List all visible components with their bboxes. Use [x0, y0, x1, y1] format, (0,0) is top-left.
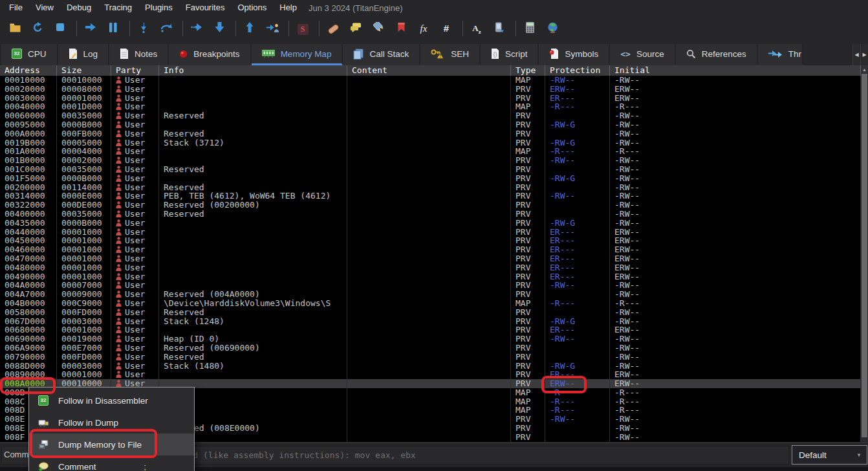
stop-button[interactable] — [52, 20, 69, 37]
context-item-follow-in-disassembler[interactable]: 32Follow in Disassembler — [29, 389, 194, 411]
memory-row[interactable]: 006A9000000E7000UserReserved (00690000)P… — [0, 344, 861, 353]
memory-row[interactable]: 00580000000FD000UserReservedPRV-RW-- — [0, 308, 861, 317]
run-button[interactable] — [82, 20, 99, 37]
user-icon — [116, 344, 122, 353]
memory-row[interactable]: 001B000000002000UserPRV-RW---RW-- — [0, 156, 861, 165]
calculator-button[interactable] — [521, 20, 538, 37]
memory-row[interactable]: 004A700000009000UserReserved (004A0000)P… — [0, 290, 861, 299]
vertical-scrollbar[interactable]: ▲ — [861, 65, 868, 442]
column-header-protection[interactable]: Protection — [545, 65, 610, 76]
memory-row[interactable]: 0020000000114000UserReservedPRV-RW-- — [0, 183, 861, 192]
cell-type: PRV — [511, 201, 545, 210]
menu-plugins[interactable]: Plugins — [138, 0, 179, 16]
menu-tracing[interactable]: Tracing — [98, 0, 138, 16]
memory-row[interactable]: 001F50000000B000UserPRV-RW-G-RW-- — [0, 174, 861, 183]
run-to-cursor-button[interactable] — [188, 20, 205, 37]
pause-button[interactable] — [105, 20, 122, 37]
internet-button[interactable] — [544, 20, 561, 37]
bookmarks-button[interactable] — [393, 20, 409, 37]
tab-log[interactable]: Log — [58, 44, 110, 65]
tab-source[interactable]: <>Source — [610, 44, 675, 65]
tab-seh[interactable]: !SEH — [420, 44, 481, 65]
memory-row[interactable]: 004B0000000C9000User\Device\HarddiskVolu… — [0, 299, 861, 308]
step-over-icon — [160, 22, 173, 35]
execute-till-return-button[interactable] — [241, 20, 258, 37]
memory-row[interactable]: 000950000000B000UserPRV-RW-G-RW-- — [0, 120, 861, 129]
memory-row[interactable]: 00322000000DE000UserReserved (00200000)P… — [0, 201, 861, 210]
memory-row[interactable]: 004A000000007000UserPRV-RW---RW-- — [0, 281, 861, 290]
memory-row[interactable]: 0002000000008000UserPRVERW--ERW-- — [0, 85, 861, 94]
restart-button[interactable] — [29, 20, 46, 37]
context-item-comment[interactable]: Comment; — [29, 455, 194, 471]
cell-size: 00008000 — [57, 85, 111, 94]
memory-row[interactable]: 0048000000001000UserPRVER---ERW-- — [0, 263, 861, 272]
memory-row[interactable]: 003140000000E000UserPEB, TEB (4612), WoW… — [0, 192, 861, 201]
chevron-left-icon[interactable]: ◀ — [852, 44, 860, 65]
source-mode-button[interactable]: S — [294, 20, 311, 37]
memory-row[interactable]: 0045000000001000UserPRVER---ERW-- — [0, 236, 861, 245]
tab-thr[interactable]: Thr — [758, 44, 803, 65]
labels-button[interactable] — [370, 20, 387, 37]
memory-row[interactable]: 0068000000001000UserPRVER---ERW-- — [0, 325, 861, 334]
memory-row[interactable]: 000A0000000FB000UserReservedPRV-RW-- — [0, 129, 861, 138]
column-header-size[interactable]: Size — [57, 65, 111, 76]
profile-dropdown[interactable]: Default ▼ — [792, 445, 867, 465]
tab-symbols[interactable]: Symbols — [539, 44, 610, 65]
menu-file[interactable]: File — [3, 0, 29, 16]
column-header-info[interactable]: Info — [159, 65, 347, 76]
memory-row[interactable]: 00790000000FD000UserReservedPRV-RW-- — [0, 353, 861, 362]
run-to-user-code-button[interactable] — [264, 20, 281, 37]
comments-button[interactable] — [347, 20, 364, 37]
tab-cpu[interactable]: 32CPU — [1, 44, 58, 65]
cell-size: 00004000 — [57, 147, 111, 156]
tab-memory-map[interactable]: Memory Map — [252, 44, 343, 65]
menu-help[interactable]: Help — [273, 0, 303, 16]
menu-options[interactable]: Options — [231, 0, 273, 16]
step-over-button[interactable] — [158, 20, 175, 37]
column-header-content[interactable]: Content — [347, 65, 511, 76]
tab-breakpoints[interactable]: Breakpoints — [169, 44, 251, 65]
memory-row[interactable]: 000400000001D000UserMAP-R----R--- — [0, 102, 861, 111]
cell-protection: ERW-- — [545, 379, 610, 388]
column-header-address[interactable]: Address — [0, 65, 57, 76]
open-file-button[interactable] — [6, 20, 23, 37]
memory-row[interactable]: 0047000000001000UserPRVER---ERW-- — [0, 254, 861, 263]
memory-row[interactable]: 001C000000035000UserReservedPRV-RW-- — [0, 165, 861, 174]
memory-row[interactable]: 0067D00000003000UserStack (1248)PRV-RW-G… — [0, 317, 861, 326]
column-header-party[interactable]: Party — [111, 65, 159, 76]
patches-button[interactable] — [325, 20, 342, 37]
step-into-button[interactable] — [135, 20, 152, 37]
step-down-button[interactable] — [211, 20, 228, 37]
memory-row[interactable]: 0019B00000005000UserStack (3712)PRV-RW-G… — [0, 138, 861, 148]
tab-script[interactable]: {)Script — [481, 44, 539, 65]
menu-debug[interactable]: Debug — [60, 0, 98, 16]
attach-button[interactable] — [491, 20, 508, 37]
tab-call-stack[interactable]: Call Stack — [343, 44, 420, 65]
memory-row[interactable]: 0089000000001000UserPRVER---ERW-- — [0, 370, 861, 379]
memory-row[interactable]: 0069000000019000UserHeap (ID 0)PRV-RW---… — [0, 334, 861, 344]
memory-row[interactable]: 0046000000001000UserPRVER---ERW-- — [0, 245, 861, 254]
column-header-type[interactable]: Type — [511, 65, 545, 76]
memory-row[interactable]: 0049000000001000UserPRVER---ERW-- — [0, 272, 861, 281]
memory-row[interactable]: 004350000000B000UserPRV-RW-G-RW-- — [0, 219, 861, 228]
functions-button[interactable]: fx — [415, 20, 432, 37]
strings-button[interactable]: Az — [468, 20, 485, 37]
memory-row[interactable]: 0088D00000003000UserStack (1480)PRV-RW-G… — [0, 362, 861, 371]
scroll-up-arrow-icon[interactable]: ▲ — [861, 65, 868, 73]
memory-row[interactable]: 0006000000035000UserReservedPRV-RW-- — [0, 111, 861, 120]
tab-notes[interactable]: Notes — [109, 44, 169, 65]
menu-favourites[interactable]: Favourites — [179, 0, 232, 16]
memory-row[interactable]: 0001000000010000UserMAP-RW---RW-- — [0, 76, 861, 85]
context-item-follow-in-dump[interactable]: Follow in Dump — [29, 411, 194, 433]
memory-row[interactable]: 001A000000004000UserMAP-R----R--- — [0, 147, 861, 156]
menu-view[interactable]: View — [29, 0, 60, 16]
chevron-right-icon[interactable]: ▶ — [860, 44, 868, 65]
column-header-initial[interactable]: Initial — [610, 65, 861, 76]
memory-row[interactable]: 0003000000001000UserPRVER---ERW-- — [0, 94, 861, 103]
memory-row[interactable]: 0044000000001000UserPRVER---ERW-- — [0, 228, 861, 237]
tab-references[interactable]: References — [676, 44, 758, 65]
scrollbar-thumb[interactable] — [862, 74, 867, 437]
hash-button[interactable]: # — [438, 20, 455, 37]
context-item-dump-memory-to-file[interactable]: Dump Memory to File — [29, 433, 194, 455]
memory-row[interactable]: 0040000000035000UserReservedPRV-RW-- — [0, 210, 861, 219]
